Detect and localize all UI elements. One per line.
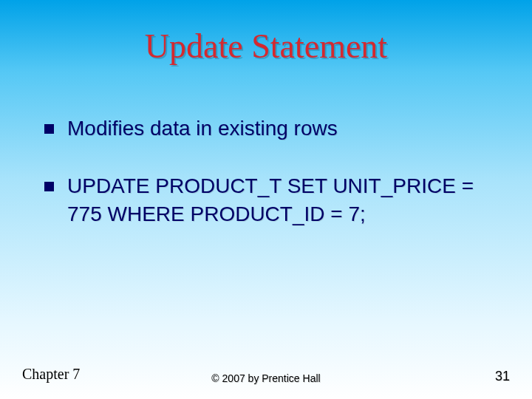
slide-title: Update Statement — [0, 27, 532, 66]
bullet-item: UPDATE PRODUCT_T SET UNIT_PRICE = 775 WH… — [44, 172, 495, 228]
footer-copyright: © 2007 by Prentice Hall — [0, 372, 532, 384]
square-bullet-icon — [44, 182, 54, 191]
slide: Update Statement Modifies data in existi… — [0, 0, 532, 399]
footer-page-number: 31 — [495, 369, 510, 384]
square-bullet-icon — [44, 124, 54, 134]
bullet-text: UPDATE PRODUCT_T SET UNIT_PRICE = 775 WH… — [67, 172, 495, 228]
slide-body: Modifies data in existing rows UPDATE PR… — [44, 115, 495, 257]
bullet-item: Modifies data in existing rows — [44, 115, 495, 143]
bullet-text: Modifies data in existing rows — [67, 115, 495, 143]
